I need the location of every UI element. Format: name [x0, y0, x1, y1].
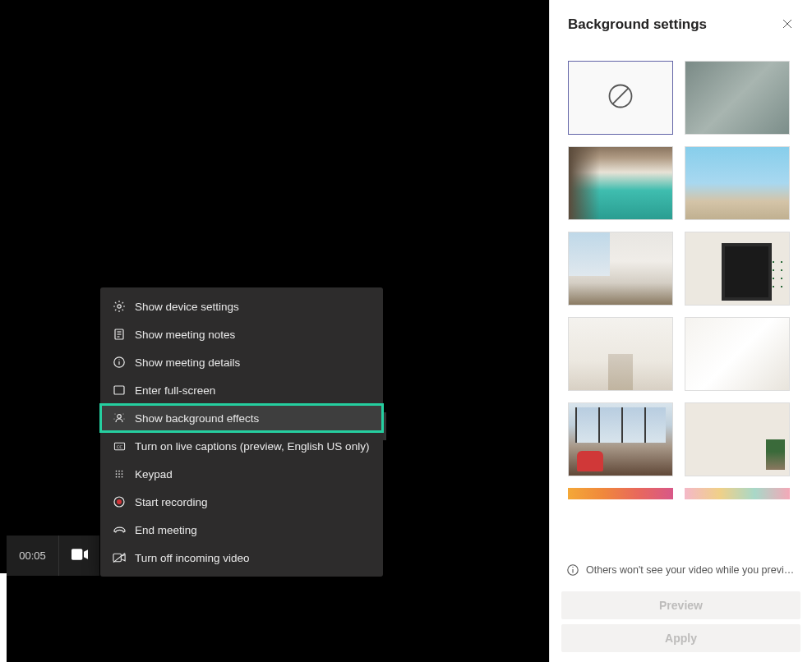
- svg-rect-8: [114, 386, 124, 394]
- background-option-white-studio[interactable]: [685, 317, 790, 391]
- menu-item-meeting-details[interactable]: Show meeting details: [100, 348, 383, 376]
- background-option-beach[interactable]: [685, 146, 790, 220]
- svg-point-20: [118, 473, 120, 475]
- svg-point-11: [123, 414, 124, 415]
- svg-point-10: [115, 414, 116, 415]
- svg-point-9: [118, 415, 122, 419]
- record-icon: [112, 494, 127, 509]
- menu-item-label: Keypad: [135, 468, 173, 480]
- keypad-icon: [112, 467, 127, 481]
- video-area: 00:05 Show device settings Show meeting …: [0, 0, 549, 662]
- svg-point-24: [122, 476, 123, 478]
- background-settings-panel: Background settings Others won': [549, 0, 812, 662]
- close-icon: [782, 17, 792, 32]
- svg-point-19: [116, 473, 118, 475]
- gear-icon: [112, 299, 127, 314]
- svg-point-18: [122, 471, 123, 472]
- video-off-icon: [112, 550, 127, 565]
- svg-point-13: [124, 419, 125, 420]
- more-actions-menu: Show device settings Show meeting notes …: [100, 287, 383, 577]
- menu-item-device-settings[interactable]: Show device settings: [100, 292, 383, 320]
- none-icon: [606, 81, 635, 114]
- menu-item-label: Show device settings: [135, 301, 239, 313]
- apply-button[interactable]: Apply: [561, 624, 800, 652]
- background-option-minimal-room[interactable]: [685, 402, 790, 476]
- svg-point-23: [118, 476, 120, 478]
- svg-point-7: [118, 359, 119, 360]
- menu-item-label: Turn off incoming video: [135, 552, 250, 564]
- svg-point-21: [122, 473, 123, 475]
- info-icon: [566, 563, 579, 577]
- background-option-white-staircase[interactable]: [568, 317, 673, 391]
- background-option-none[interactable]: [568, 61, 673, 135]
- menu-item-keypad[interactable]: Keypad: [100, 460, 383, 488]
- background-option-gradient-orange[interactable]: [568, 488, 673, 499]
- panel-header: Background settings: [550, 0, 812, 51]
- menu-item-label: Show background effects: [135, 412, 259, 425]
- menu-item-meeting-notes[interactable]: Show meeting notes: [100, 320, 383, 348]
- menu-item-label: Turn on live captions (preview, English …: [135, 440, 369, 453]
- info-icon: [112, 355, 127, 370]
- close-panel-button[interactable]: [781, 18, 794, 31]
- svg-point-12: [114, 419, 115, 420]
- captions-icon: CC: [112, 439, 127, 453]
- background-options-grid: [550, 51, 812, 554]
- background-effects-icon: [112, 411, 127, 425]
- svg-point-16: [116, 471, 118, 472]
- panel-footer: Others won't see your video while you pr…: [550, 554, 812, 662]
- camera-icon: [72, 549, 88, 563]
- svg-point-26: [117, 499, 122, 504]
- background-option-gradient-pastel[interactable]: [685, 488, 790, 499]
- menu-item-start-recording[interactable]: Start recording: [100, 488, 383, 516]
- background-option-blur[interactable]: [685, 61, 790, 135]
- svg-line-32: [612, 88, 628, 103]
- svg-point-22: [116, 476, 118, 478]
- preview-button[interactable]: Preview: [561, 591, 800, 619]
- end-call-icon: [112, 522, 127, 537]
- menu-item-label: Start recording: [135, 496, 208, 508]
- menu-item-fullscreen[interactable]: Enter full-screen: [100, 376, 383, 404]
- menu-highlight-extension: [383, 412, 386, 440]
- meeting-controls-bar: 00:05: [7, 536, 99, 576]
- menu-item-label: End meeting: [135, 524, 197, 536]
- menu-item-label: Enter full-screen: [135, 384, 215, 397]
- svg-point-35: [572, 567, 573, 568]
- notes-icon: [112, 327, 127, 342]
- svg-text:CC: CC: [117, 444, 122, 448]
- info-text: Others won't see your video while you pr…: [586, 564, 796, 576]
- menu-item-live-captions[interactable]: CC Turn on live captions (preview, Engli…: [100, 432, 383, 460]
- background-option-office-lockers[interactable]: [568, 146, 673, 220]
- svg-point-17: [118, 471, 120, 472]
- menu-item-label: Show meeting notes: [135, 329, 235, 341]
- fullscreen-icon: [112, 383, 127, 398]
- white-strip: [0, 573, 7, 662]
- panel-title: Background settings: [568, 16, 707, 33]
- background-option-loft-window[interactable]: [568, 232, 673, 306]
- preview-info-row: Others won't see your video while you pr…: [561, 559, 800, 586]
- menu-item-turn-off-incoming-video[interactable]: Turn off incoming video: [100, 544, 383, 572]
- menu-item-label: Show meeting details: [135, 356, 240, 369]
- meeting-timer: 00:05: [7, 536, 59, 576]
- svg-rect-27: [113, 554, 120, 561]
- menu-item-background-effects[interactable]: Show background effects: [100, 404, 383, 432]
- background-option-lounge-windows[interactable]: [568, 402, 673, 476]
- camera-toggle-button[interactable]: [59, 536, 99, 576]
- menu-item-end-meeting[interactable]: End meeting: [100, 516, 383, 544]
- svg-line-28: [113, 553, 124, 562]
- background-option-room-mirror[interactable]: [685, 232, 790, 306]
- svg-point-0: [118, 305, 121, 308]
